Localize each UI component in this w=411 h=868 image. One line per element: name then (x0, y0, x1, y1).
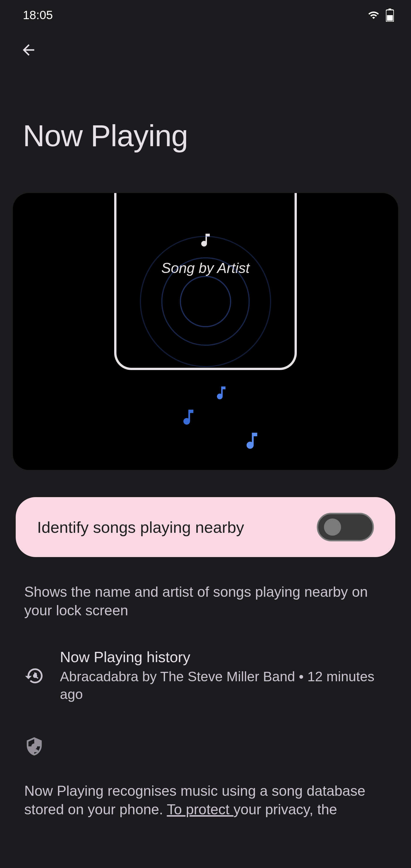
privacy-shield-icon-area (0, 704, 411, 759)
privacy-disclosure-text: Now Playing recognises music using a son… (0, 759, 411, 819)
now-playing-history-row[interactable]: Now Playing history Abracadabra by The S… (0, 620, 411, 704)
svg-rect-2 (387, 15, 393, 21)
svg-point-4 (31, 744, 37, 749)
status-icons (367, 8, 394, 22)
nav-area (0, 27, 411, 67)
identify-songs-toggle-row[interactable]: Identify songs playing nearby (16, 497, 395, 557)
page-title: Now Playing (0, 67, 411, 164)
toggle-label: Identify songs playing nearby (37, 518, 244, 536)
history-title: Now Playing history (60, 648, 392, 665)
switch-thumb (324, 519, 341, 536)
svg-rect-1 (388, 8, 391, 10)
privacy-shield-icon (24, 735, 44, 758)
battery-icon (386, 8, 394, 22)
status-time: 18:05 (23, 8, 53, 22)
status-bar: 18:05 (0, 0, 411, 27)
music-note-blue-icon (179, 407, 198, 427)
illustration-card: Song by Artist (13, 193, 398, 470)
music-note-blue-icon (241, 430, 262, 452)
history-subtitle: Abracadabra by The Steve Miller Band • 1… (60, 668, 392, 704)
history-icon (24, 666, 44, 686)
history-text-block: Now Playing history Abracadabra by The S… (60, 648, 392, 704)
wifi-icon (367, 9, 381, 21)
identify-songs-switch[interactable] (317, 513, 374, 541)
music-note-blue-icon (213, 384, 230, 401)
arrow-left-icon (20, 41, 37, 59)
privacy-text-part2: your privacy, the (233, 802, 337, 817)
back-button[interactable] (20, 41, 37, 59)
privacy-link[interactable]: To protect (167, 802, 233, 817)
toggle-description: Shows the name and artist of songs playi… (0, 557, 411, 620)
